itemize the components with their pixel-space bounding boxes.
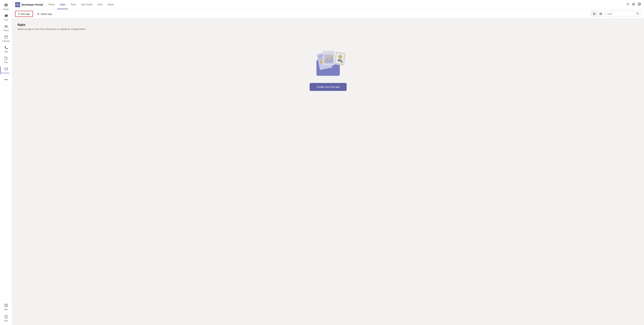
topbar: Developer Portal Home Apps Tools App Stu… [12, 0, 644, 9]
empty-state: Create your first app [17, 35, 639, 98]
import-icon [37, 12, 40, 16]
svg-rect-30 [325, 60, 326, 63]
sidebar-bottom: Apps Help [0, 301, 12, 323]
svg-point-11 [627, 3, 628, 4]
sidebar-item-apps-label: Apps [4, 308, 8, 310]
apps-icon [4, 303, 8, 308]
calls-icon [4, 46, 8, 50]
svg-rect-6 [5, 306, 6, 307]
svg-rect-14 [593, 13, 595, 13]
svg-point-9 [6, 317, 6, 318]
chat-icon [4, 14, 8, 18]
main-area: Developer Portal Home Apps Tools App Stu… [12, 0, 644, 325]
svg-rect-33 [331, 57, 333, 63]
activity-icon [4, 3, 8, 8]
sidebar-item-calls-label: Calls [4, 51, 8, 53]
files-icon [4, 56, 8, 61]
svg-rect-27 [320, 61, 323, 64]
svg-rect-18 [601, 13, 602, 14]
empty-illustration [308, 46, 348, 78]
page-subtitle: Select an app to see more information or… [17, 28, 639, 31]
sidebar-item-help[interactable]: Help [0, 313, 12, 323]
import-app-label: Import app [41, 13, 52, 15]
grid-view-button[interactable] [598, 11, 604, 16]
sidebar-item-activity[interactable]: Activity [0, 2, 12, 12]
view-toggle [591, 11, 604, 17]
logo-icon [15, 2, 20, 7]
sidebar-item-calls[interactable]: Calls [0, 44, 12, 55]
sidebar-item-activity-label: Activity [3, 8, 9, 10]
sidebar-item-chat-label: Chat [4, 19, 8, 21]
plus-icon: + [18, 12, 20, 16]
svg-rect-16 [593, 15, 595, 15]
sidebar-item-teams-label: Teams [4, 30, 9, 32]
svg-rect-5 [6, 304, 8, 305]
nav-tools[interactable]: Tools [68, 0, 78, 9]
topbar-logo: Developer Portal [15, 2, 43, 7]
sidebar-item-files[interactable]: Files [0, 55, 12, 65]
sidebar-item-developer-label: Developer... [1, 72, 11, 74]
svg-rect-20 [601, 14, 602, 15]
sidebar-divider [2, 85, 10, 85]
globe-icon[interactable] [638, 2, 641, 7]
svg-rect-19 [600, 14, 600, 15]
developer-icon [4, 67, 8, 72]
calendar-icon [4, 35, 8, 40]
page-title: Apps [17, 23, 639, 27]
sidebar-item-files-label: Files [4, 61, 8, 63]
svg-point-1 [6, 25, 7, 27]
sidebar-item-apps[interactable]: Apps [0, 301, 12, 312]
svg-rect-4 [5, 304, 6, 305]
topbar-title: Developer Portal [22, 3, 43, 6]
import-app-button[interactable]: Import app [34, 11, 54, 17]
sidebar-more-button[interactable]: ••• [2, 76, 10, 84]
sidebar-item-developer[interactable]: Developer... [0, 65, 12, 76]
list-view-button[interactable] [591, 11, 598, 16]
teams-icon [4, 25, 8, 29]
new-app-button[interactable]: + New app [15, 11, 33, 17]
content-area: Apps Select an app to see more informati… [12, 19, 644, 325]
svg-rect-2 [5, 36, 8, 39]
sidebar: Activity Chat Teams Calendar [0, 0, 12, 325]
nav-app-studio[interactable]: App Studio [78, 0, 95, 9]
search-box [606, 11, 641, 17]
nav-chat[interactable]: Chat [95, 0, 105, 9]
svg-rect-15 [593, 14, 595, 14]
person-icon[interactable] [626, 2, 630, 7]
sidebar-item-chat[interactable]: Chat [0, 12, 12, 23]
refresh-icon[interactable] [632, 2, 635, 7]
new-app-label: New app [21, 13, 30, 15]
svg-rect-31 [327, 59, 328, 63]
search-button[interactable] [634, 11, 641, 17]
svg-point-0 [5, 25, 6, 27]
find-input[interactable] [606, 12, 634, 16]
create-first-app-button[interactable]: Create your first app [310, 83, 347, 91]
svg-rect-7 [6, 306, 8, 307]
help-icon [4, 315, 8, 319]
sidebar-item-help-label: Help [4, 320, 8, 322]
folder-illustration [308, 46, 348, 78]
sidebar-item-calendar[interactable]: Calendar [0, 33, 12, 44]
sidebar-item-teams[interactable]: Teams [0, 23, 12, 33]
topbar-nav: Home Apps Tools App Studio Chat About [46, 0, 116, 9]
toolbar: + New app Import app [12, 9, 644, 19]
nav-home[interactable]: Home [46, 0, 57, 9]
sidebar-item-calendar-label: Calendar [2, 40, 10, 42]
nav-apps[interactable]: Apps [57, 0, 68, 9]
svg-rect-17 [600, 13, 600, 14]
nav-about[interactable]: About [105, 0, 116, 9]
svg-rect-32 [329, 59, 331, 63]
toolbar-right [591, 11, 641, 17]
